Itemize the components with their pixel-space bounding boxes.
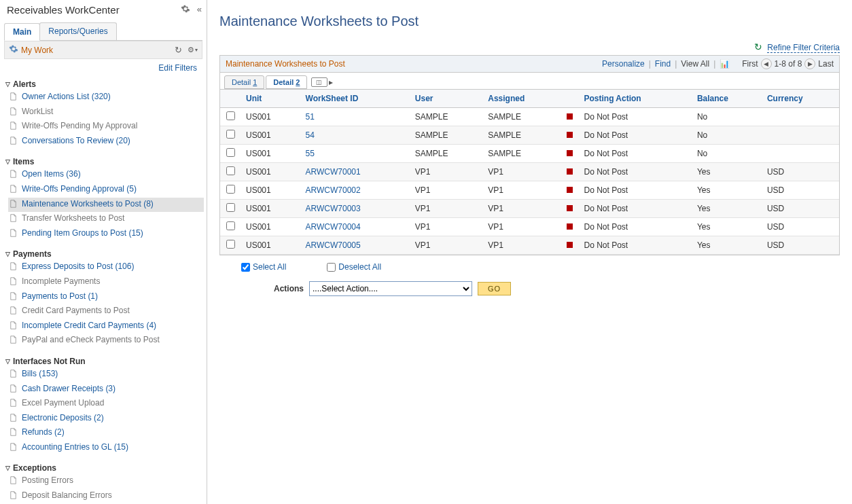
row-checkbox[interactable] — [226, 240, 235, 249]
sidebar-item-link[interactable]: WorkList — [22, 107, 53, 118]
sidebar-item-link[interactable]: Deposit Balancing Errors — [22, 490, 112, 501]
sidebar-item[interactable]: Write-Offs Pending My Approval — [8, 120, 204, 134]
sidebar-item[interactable]: Owner Actions List (320) — [8, 90, 204, 105]
worksheet-id-link[interactable]: ARWCW70001 — [306, 167, 361, 177]
sidebar-item[interactable]: Payments to Post (1) — [8, 290, 204, 305]
sidebar-item-link[interactable]: Bills (153) — [22, 369, 58, 380]
sidebar-item-link[interactable]: Refunds (2) — [22, 427, 65, 438]
worksheet-id-link[interactable]: ARWCW70002 — [306, 185, 361, 195]
col-assigned[interactable]: Assigned — [482, 90, 561, 108]
refresh-icon[interactable]: ↻ — [754, 41, 762, 52]
select-all[interactable]: Select All — [241, 262, 286, 272]
col-worksheet-id[interactable]: WorkSheet ID — [300, 90, 410, 108]
sidebar-item[interactable]: Posting Errors — [8, 474, 204, 489]
deselect-all[interactable]: Deselect All — [327, 262, 381, 272]
sidebar-item[interactable]: Deposit Balancing Errors — [8, 489, 204, 504]
settings-dropdown-icon[interactable]: ⚙▾ — [188, 46, 198, 54]
expand-icon[interactable]: ▸ — [329, 77, 333, 87]
gear-icon[interactable] — [181, 4, 190, 16]
sidebar-item[interactable]: Pending Item Groups to Post (15) — [8, 227, 204, 242]
sidebar-item[interactable]: Conversations To Review (20) — [8, 134, 204, 149]
sidebar-item[interactable]: Maintenance Worksheets to Post (8) — [8, 198, 204, 213]
sidebar-item[interactable]: PayPal and eCheck Payments to Post — [8, 334, 204, 348]
sidebar-item[interactable]: WorkList — [8, 105, 204, 120]
col-user[interactable]: User — [410, 90, 482, 108]
collapse-icon[interactable]: « — [197, 4, 200, 16]
sidebar-item-link[interactable]: Maintenance Worksheets to Post (8) — [22, 199, 154, 210]
row-checkbox[interactable] — [226, 111, 235, 120]
edit-filters-link[interactable]: Edit Filters — [158, 63, 197, 73]
mywork-label[interactable]: My Work — [21, 46, 53, 55]
sidebar-item-link[interactable]: Pending Item Groups to Post (15) — [22, 228, 143, 239]
show-all-columns-icon[interactable]: ◫ — [311, 77, 327, 87]
sidebar-item-link[interactable]: Conversations To Review (20) — [22, 136, 130, 147]
refine-filter-link[interactable]: Refine Filter Criteria — [767, 43, 840, 53]
tab-reports-queries[interactable]: Reports/Queries — [39, 22, 116, 40]
row-checkbox[interactable] — [226, 166, 235, 175]
sidebar-item-link[interactable]: Open Items (36) — [22, 169, 81, 180]
row-checkbox[interactable] — [226, 148, 235, 157]
sidebar-item[interactable]: Credit Card Payments to Post — [8, 304, 204, 319]
worksheet-id-link[interactable]: ARWCW70003 — [306, 204, 361, 213]
next-page-icon[interactable]: ▶ — [804, 58, 815, 69]
row-checkbox[interactable] — [226, 185, 235, 194]
view-all-link[interactable]: View All — [681, 59, 709, 69]
section-header-interfaces[interactable]: ▽Interfaces Not Run — [3, 355, 204, 367]
row-checkbox[interactable] — [226, 221, 235, 230]
worksheet-id-link[interactable]: 51 — [306, 112, 315, 122]
sidebar-item-link[interactable]: Payments to Post (1) — [22, 291, 98, 302]
sidebar-item-link[interactable]: Posting Errors — [22, 475, 73, 486]
col-balance[interactable]: Balance — [692, 90, 762, 108]
first-link[interactable]: First — [742, 59, 758, 69]
sidebar-item-link[interactable]: Incomplete Credit Card Payments (4) — [22, 321, 156, 331]
select-all-checkbox[interactable] — [241, 263, 250, 272]
col-currency[interactable]: Currency — [762, 90, 839, 108]
col-posting-action[interactable]: Posting Action — [578, 90, 691, 108]
section-header-items[interactable]: ▽Items — [3, 156, 204, 168]
row-checkbox[interactable] — [226, 203, 235, 212]
refresh-icon[interactable]: ↻ — [175, 45, 182, 55]
worksheet-id-link[interactable]: 55 — [306, 149, 315, 158]
sidebar-item-link[interactable]: Write-Offs Pending My Approval — [22, 121, 137, 132]
deselect-all-checkbox[interactable] — [327, 263, 336, 272]
sidebar-item-link[interactable]: PayPal and eCheck Payments to Post — [22, 335, 160, 346]
sidebar-item[interactable]: Incomplete Payments — [8, 275, 204, 290]
sidebar-item-link[interactable]: Excel Payment Upload — [22, 398, 104, 409]
sidebar-item[interactable]: Refunds (2) — [8, 426, 204, 441]
worksheet-id-link[interactable]: ARWCW70004 — [306, 222, 361, 232]
sidebar-item-link[interactable]: Write-Offs Pending Approval (5) — [22, 184, 137, 195]
find-link[interactable]: Find — [655, 59, 671, 69]
sidebar-item-link[interactable]: Cash Drawer Receipts (3) — [22, 384, 116, 395]
section-header-payments[interactable]: ▽Payments — [3, 248, 204, 260]
personalize-link[interactable]: Personalize — [602, 59, 645, 69]
section-header-exceptions[interactable]: ▽Exceptions — [3, 462, 204, 474]
download-icon[interactable]: 📊 — [720, 59, 730, 69]
sidebar-item-link[interactable]: Accounting Entries to GL (15) — [22, 442, 128, 453]
sidebar-item[interactable]: Transfer Worksheets to Post — [8, 212, 204, 227]
sidebar-item[interactable]: Excel Payment Upload — [8, 397, 204, 412]
go-button[interactable]: GO — [478, 282, 511, 295]
tab-detail-2[interactable]: Detail 2 — [266, 75, 307, 89]
sidebar-item-link[interactable]: Express Deposits to Post (106) — [22, 262, 134, 272]
actions-select[interactable]: ....Select Action.... — [309, 281, 472, 296]
sidebar-item[interactable]: Bills (153) — [8, 367, 204, 382]
col-unit[interactable]: Unit — [241, 90, 300, 108]
last-link[interactable]: Last — [818, 59, 834, 69]
sidebar-item-link[interactable]: Owner Actions List (320) — [22, 92, 111, 103]
section-header-alerts[interactable]: ▽Alerts — [3, 78, 204, 90]
sidebar-item-link[interactable]: Incomplete Payments — [22, 276, 100, 287]
sidebar-item[interactable]: Express Deposits to Post (106) — [8, 260, 204, 275]
worksheet-id-link[interactable]: ARWCW70005 — [306, 240, 361, 250]
sidebar-item-link[interactable]: Credit Card Payments to Post — [22, 306, 130, 317]
sidebar-item[interactable]: Accounting Entries to GL (15) — [8, 441, 204, 456]
sidebar-item[interactable]: Open Items (36) — [8, 168, 204, 183]
sidebar-item-link[interactable]: Transfer Worksheets to Post — [22, 213, 124, 224]
tab-main[interactable]: Main — [4, 23, 40, 41]
prev-page-icon[interactable]: ◀ — [761, 58, 772, 69]
worksheet-id-link[interactable]: 54 — [306, 130, 315, 140]
sidebar-item[interactable]: Incomplete Credit Card Payments (4) — [8, 319, 204, 334]
tab-detail-1[interactable]: Detail 1 — [224, 75, 264, 89]
sidebar-item-link[interactable]: Electronic Deposits (2) — [22, 413, 104, 424]
sidebar-item[interactable]: Write-Offs Pending Approval (5) — [8, 183, 204, 198]
row-checkbox[interactable] — [226, 130, 235, 139]
